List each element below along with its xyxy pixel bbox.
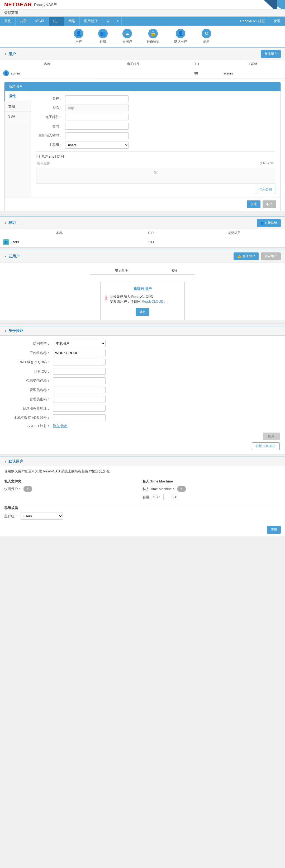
password-input[interactable] (65, 123, 128, 130)
form-attributes-panel: 名称： UID： 电子邮件： 密码： (31, 91, 281, 197)
primary-group-row: 主群组： users admin (36, 142, 275, 149)
primary-group-label: 主群组： (36, 143, 65, 147)
email-row: 电子邮件： (36, 114, 275, 120)
admin-name-input[interactable] (53, 386, 105, 393)
table-row[interactable]: 👥 users 100 (0, 237, 285, 247)
nav-cloud[interactable]: 云 (102, 17, 114, 26)
nav-system[interactable]: 系统 (0, 17, 15, 26)
invite-user-button[interactable]: 👍 邀请用户 (233, 252, 259, 260)
delete-user-button[interactable]: 删除用户 (261, 252, 281, 260)
nav-manage[interactable]: 管理 (270, 17, 285, 26)
confirm-password-label: 重新输入密码： (36, 133, 65, 138)
default-primary-group-select[interactable]: users admin (21, 513, 63, 520)
cloud-section: 云用户 👍 邀请用户 删除用户 电子邮件 名称 邀请云用户 (0, 250, 285, 320)
dns-row: DNS 域名 (FQDN)： (5, 359, 280, 366)
user-email-cell (94, 68, 172, 79)
ads-account-input[interactable] (53, 414, 105, 421)
sub-nav-refresh-label: 刷新 (203, 39, 210, 44)
admin-pass-input[interactable] (53, 396, 105, 402)
ads-account-row: 本地不缓存 ADS 账号： (5, 414, 280, 421)
cloud-title: 云用户 (4, 254, 20, 259)
access-type-select[interactable]: 本地用户 域用户 (53, 340, 105, 347)
nav-apps[interactable]: 应用程序 (80, 17, 102, 26)
sub-nav-users[interactable]: 👤 用户 (72, 28, 86, 45)
email-input[interactable] (65, 114, 128, 120)
cloud-columns-area: 电子邮件 名称 (0, 262, 285, 279)
col-cloud-email: 电子邮件 (90, 267, 153, 275)
ads-id-label: ADS ID 映射： (5, 424, 53, 428)
default-user-section: 默认用户 使用默认用户配置可为此 ReadyNAS 系统上的所有新用户预定义选项… (0, 457, 285, 536)
refresh-ads-button[interactable]: 刷新 ADS 账户 (252, 442, 280, 450)
confirm-password-row: 重新输入密码： (36, 132, 275, 139)
nav-community[interactable]: ReadyNAS 社区 (236, 17, 270, 26)
sub-nav: 👤 用户 👥 群组 ☁ 云用户 🔒 身份验证 👤 默认用户 ↻ 刷新 (0, 26, 285, 48)
confirm-password-input[interactable] (65, 132, 128, 139)
ads-id-row: ADS ID 映射： 导入 / 导出 (5, 424, 280, 428)
capacity-input[interactable] (163, 494, 179, 500)
new-user-button[interactable]: 新建用户 (261, 50, 281, 58)
lock-icon: 🔒 (148, 29, 158, 38)
uid-input[interactable] (65, 104, 128, 111)
email-label: 电子邮件： (36, 115, 65, 119)
create-button[interactable]: 创建 (247, 200, 260, 208)
nav-network[interactable]: 网络 (64, 17, 80, 26)
trust-input[interactable] (53, 377, 105, 384)
sub-nav-auth-label: 身份验证 (147, 39, 159, 44)
sub-nav-refresh[interactable]: ↻ 刷新 (199, 28, 213, 45)
dns-input[interactable] (53, 359, 105, 366)
auth-apply-button[interactable]: 应用 (263, 433, 280, 440)
col-group-name: 名称 (0, 229, 119, 237)
group-avatar-icon: 👥 (3, 239, 9, 245)
rsync-label: 仅 RSYNC (259, 161, 274, 165)
access-type-label: 访问类型： (5, 341, 53, 346)
cancel-button[interactable]: 取消 (262, 200, 276, 208)
nav-more[interactable]: » (114, 17, 122, 26)
snapshot-toggle[interactable]: 关 (24, 486, 32, 492)
password-label: 密码： (36, 124, 65, 129)
dir-server-input[interactable] (53, 405, 105, 412)
tm-row: 私人 Time Machine： 关 (142, 486, 281, 492)
auth-title: 身份验证 (4, 329, 23, 333)
auth-form: 访问类型： 本地用户 域用户 工作组名称： DNS 域名 (FQDN)： 容器 … (0, 336, 285, 454)
primary-group-select[interactable]: users admin (65, 142, 128, 149)
tab-attributes[interactable]: 属性 (4, 91, 31, 101)
sub-nav-default-user[interactable]: 👤 默认用户 (172, 28, 189, 45)
cloud-invite-body: ℹ 此设备已加入 ReadyCLOUD。要邀请用户，请访问 ReadyCLOUD… (105, 294, 180, 304)
tab-ssh[interactable]: SSH (4, 112, 31, 121)
nav-iscsi[interactable]: iSCSI (31, 17, 49, 26)
separator-2 (0, 247, 285, 248)
import-public-key-button[interactable]: 导入公钥 (256, 186, 275, 193)
warning-icon: ℹ (105, 294, 107, 302)
sub-nav-cloud-users[interactable]: ☁ 云用户 (120, 28, 134, 45)
mgmt-label: 管理页面 (0, 9, 285, 17)
empty-label: 空 (154, 170, 158, 174)
sub-nav-groups[interactable]: 👥 群组 (96, 28, 110, 45)
sub-nav-auth[interactable]: 🔒 身份验证 (145, 28, 161, 45)
name-input[interactable] (65, 95, 128, 102)
workgroup-input[interactable] (53, 350, 105, 356)
sub-nav-groups-label: 群组 (100, 39, 106, 44)
nav-share[interactable]: 共享 (15, 17, 31, 26)
private-folder-title: 私人文件夹 (4, 479, 142, 484)
allow-shell-checkbox[interactable] (36, 155, 40, 158)
uid-label: UID： (36, 105, 65, 110)
nav-bar: 系统 共享 iSCSI 账户 网络 应用程序 云 » ReadyNAS 社区 管… (0, 17, 285, 26)
cloud-confirm-button[interactable]: 确定 (136, 308, 149, 316)
container-input[interactable] (53, 368, 105, 375)
readycloud-link[interactable]: ReadyCLOUD。 (142, 300, 167, 303)
table-row[interactable]: 👤 admin 98 admin (0, 68, 285, 79)
default-apply-button[interactable]: 应用 (267, 526, 281, 534)
user-avatar-icon: 👤 (3, 70, 9, 76)
ads-export-link[interactable]: 导出 (61, 424, 68, 428)
nav-account[interactable]: 账户 (49, 17, 64, 26)
ads-import-link[interactable]: 导入 (53, 424, 60, 428)
private-tm-title: 私人 Time Machine (142, 479, 281, 484)
workgroup-label: 工作组名称： (5, 351, 53, 355)
dns-label: DNS 域名 (FQDN)： (5, 360, 53, 365)
netgear-logo: NETGEAR (4, 2, 32, 8)
tm-toggle[interactable]: 关 (177, 486, 186, 492)
uid-row: UID： (36, 104, 275, 111)
new-group-button[interactable]: 👥+ 新群组 (257, 219, 281, 227)
tab-groups[interactable]: 群组 (4, 101, 31, 112)
allow-shell-row: 允许 shell 访问 (36, 154, 275, 159)
